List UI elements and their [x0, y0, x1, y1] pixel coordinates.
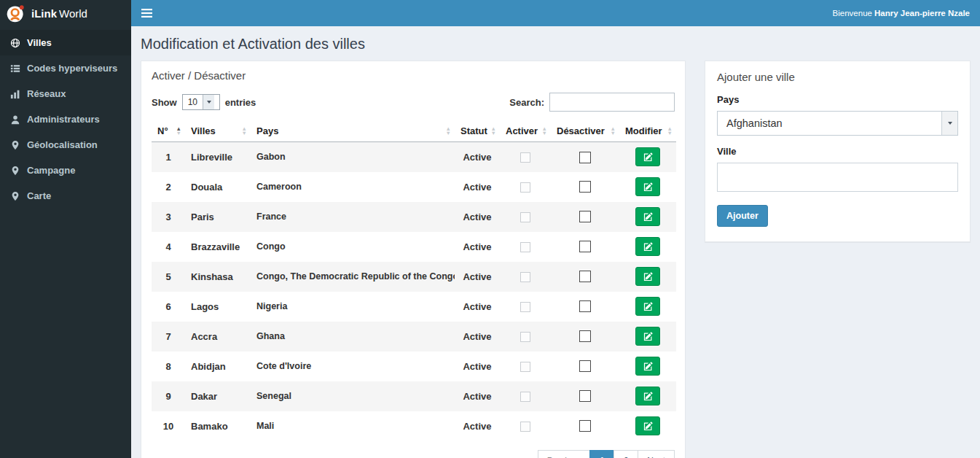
map-marker-icon	[10, 191, 20, 201]
activer-checkbox	[520, 272, 530, 282]
activer-checkbox	[520, 302, 530, 312]
sidebar-item-administrateurs[interactable]: Administrateurs	[0, 106, 131, 132]
sidebar-item-geolocalisation[interactable]: Géolocalisation	[0, 132, 131, 158]
datatable-controls: Show 10 entries Search:	[152, 93, 675, 112]
desactiver-checkbox[interactable]	[579, 420, 591, 432]
sidebar-toggle-button[interactable]	[131, 0, 162, 26]
row-number-cell: 7	[152, 322, 185, 352]
add-card-title: Ajouter une ville	[717, 71, 958, 83]
table-row: 8 Abidjan Cote d'Ivoire Active	[152, 352, 676, 381]
sidebar-item-reseaux[interactable]: Réseaux	[0, 81, 131, 106]
search-label: Search:	[509, 97, 544, 108]
modifier-button[interactable]	[635, 177, 660, 196]
table-row: 9 Dakar Senegal Active	[152, 381, 676, 411]
show-label: Show	[152, 97, 177, 108]
desactiver-checkbox[interactable]	[579, 271, 591, 282]
ville-cell: Dakar	[185, 381, 251, 411]
app-logo-area: iLinkWorld	[0, 0, 131, 26]
main-content: Modification et Activation des villes Ac…	[131, 0, 980, 458]
bar-chart-icon	[10, 89, 20, 99]
pays-select[interactable]: Afghanistan	[717, 111, 958, 136]
desactiver-checkbox[interactable]	[579, 300, 591, 312]
edit-icon	[643, 182, 653, 192]
sidebar-item-label: Réseaux	[27, 88, 66, 99]
modifier-button[interactable]	[635, 416, 660, 435]
pays-cell: Mali	[251, 411, 455, 441]
sidebar-item-campagne[interactable]: Campagne	[0, 158, 131, 183]
previous-page-button[interactable]: Previous	[538, 450, 591, 458]
edit-icon	[643, 362, 653, 371]
next-page-button[interactable]: Next	[638, 450, 675, 458]
hamburger-icon	[141, 9, 152, 18]
modifier-button[interactable]	[635, 327, 660, 346]
row-number-cell: 2	[152, 172, 185, 202]
page-button-1[interactable]: 1	[589, 450, 614, 458]
column-header-desactiver[interactable]: Désactiver▲▼	[551, 120, 619, 142]
sidebar-item-label: Géolocalisation	[27, 139, 98, 150]
column-header-numero[interactable]: N°▲▼	[152, 120, 185, 142]
desactiver-checkbox[interactable]	[579, 330, 591, 342]
row-number-cell: 4	[152, 232, 185, 262]
row-number-cell: 8	[152, 352, 185, 381]
desactiver-checkbox[interactable]	[579, 390, 591, 402]
column-header-pays[interactable]: Pays▲▼	[251, 120, 455, 142]
pagination: Previous 1 2 Next	[538, 450, 675, 458]
modifier-button[interactable]	[635, 267, 660, 286]
sidebar-item-carte[interactable]: Carte	[0, 183, 131, 209]
modifier-button[interactable]	[635, 147, 660, 166]
row-number-cell: 1	[152, 142, 185, 172]
column-header-activer[interactable]: Activer▲▼	[500, 120, 551, 142]
row-number-cell: 6	[152, 292, 185, 322]
desactiver-checkbox[interactable]	[579, 152, 591, 163]
search-control: Search:	[509, 93, 675, 112]
search-input[interactable]	[549, 93, 675, 112]
desactiver-checkbox[interactable]	[579, 181, 591, 193]
statut-cell: Active	[455, 232, 500, 262]
row-number-cell: 5	[152, 262, 185, 292]
desactiver-checkbox[interactable]	[579, 211, 591, 222]
edit-icon	[643, 272, 653, 282]
modifier-button[interactable]	[635, 207, 660, 226]
pays-select-value: Afghanistan	[718, 112, 941, 135]
sidebar-item-label: Campagne	[27, 165, 75, 176]
sort-icon: ▲▼	[611, 127, 616, 136]
row-number-cell: 9	[152, 381, 185, 411]
table-row: 6 Lagos Nigeria Active	[152, 292, 676, 322]
column-header-statut[interactable]: Statut▲▼	[455, 120, 500, 142]
edit-icon	[643, 212, 653, 222]
modifier-button[interactable]	[635, 237, 660, 256]
pays-cell: Cote d'Ivoire	[251, 352, 455, 381]
activer-checkbox	[520, 152, 530, 163]
sidebar-item-label: Carte	[27, 190, 51, 201]
ville-cell: Kinshasa	[185, 262, 251, 292]
activer-checkbox	[520, 182, 530, 193]
column-header-villes[interactable]: Villes▲▼	[185, 120, 251, 142]
pays-cell: France	[251, 202, 455, 232]
top-navbar: iLinkWorld BienvenueHanry Jean-pierre Nz…	[0, 0, 980, 26]
column-header-modifier[interactable]: Modifier▲▼	[619, 120, 676, 142]
page-button-2[interactable]: 2	[614, 450, 638, 458]
modifier-button[interactable]	[635, 357, 660, 376]
activer-checkbox	[520, 242, 530, 252]
table-row: 7 Accra Ghana Active	[152, 322, 676, 352]
modifier-button[interactable]	[635, 297, 660, 316]
page-length-control: Show 10 entries	[152, 94, 256, 110]
modifier-button[interactable]	[635, 387, 660, 405]
edit-icon	[643, 332, 653, 341]
ville-input[interactable]	[717, 163, 958, 192]
table-row: 5 Kinshasa Congo, The Democratic Republi…	[152, 262, 676, 292]
ajouter-button[interactable]: Ajouter	[717, 205, 768, 227]
brand-title: iLinkWorld	[31, 7, 87, 20]
pays-label: Pays	[717, 94, 958, 105]
pays-cell: Nigeria	[251, 292, 455, 322]
sidebar-item-villes[interactable]: Villes	[0, 30, 131, 55]
desactiver-checkbox[interactable]	[579, 241, 591, 252]
sidebar-item-codes-hyperviseurs[interactable]: Codes hyperviseurs	[0, 55, 131, 81]
dropdown-caret-icon	[203, 95, 214, 109]
statut-cell: Active	[455, 411, 500, 441]
desactiver-checkbox[interactable]	[579, 360, 591, 372]
pays-cell: Ghana	[251, 322, 455, 352]
page-length-select[interactable]: 10	[182, 94, 220, 110]
edit-icon	[643, 302, 653, 311]
page-length-value: 10	[183, 95, 203, 109]
